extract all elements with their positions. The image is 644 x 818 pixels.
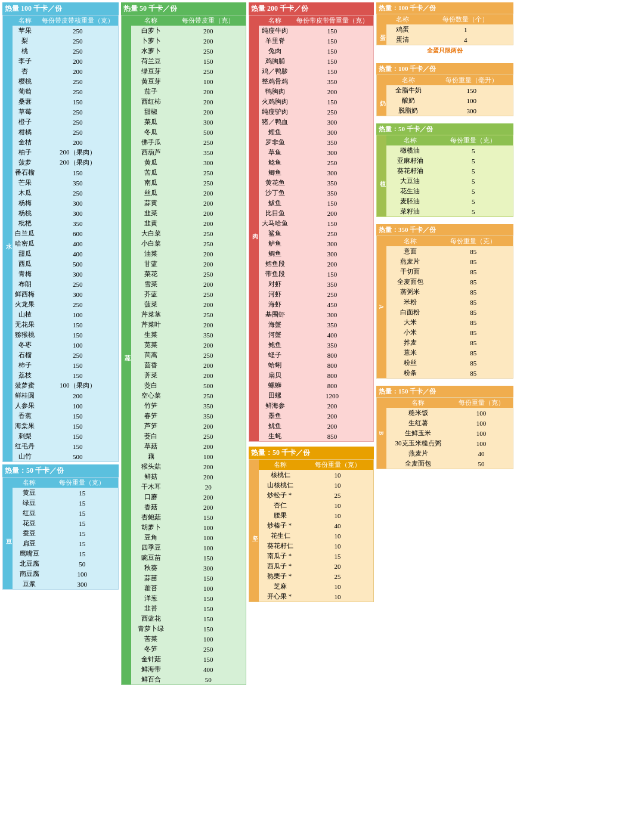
- table-row: 白兰瓜600: [13, 228, 118, 238]
- table-row: 鲶鱼250: [259, 157, 373, 168]
- table-row: 葵花籽仁10: [259, 541, 373, 551]
- staple-a-table-header: 名称 每份重量（克）: [386, 236, 513, 246]
- table-row: 油菜200: [131, 249, 246, 259]
- staple-b-table: 名称 每份重量（克） 糙米饭100生红薯100生鲜玉米10030克玉米糙点粥10…: [386, 398, 513, 469]
- table-row: 开心果＊10: [259, 591, 373, 602]
- table-row: 青萝卜绿150: [131, 624, 246, 634]
- table-row: 田螺1200: [259, 391, 373, 401]
- bean-table-header: 名称 每份重量（克）: [13, 478, 118, 488]
- oil-cat-label: 植物油只限三份: [377, 135, 386, 216]
- table-row: 南瓜250: [131, 178, 246, 188]
- table-row: 哈密瓜400: [13, 238, 118, 249]
- table-row: 粉丝85: [386, 358, 513, 368]
- meat-col-name: 名称: [259, 16, 291, 26]
- table-row: 梨250: [13, 36, 118, 46]
- table-row: 纯瘦牛肉150: [259, 26, 373, 36]
- table-row: 鸡蛋1: [386, 24, 513, 35]
- table-row: 比目鱼200: [259, 208, 373, 218]
- table-row: 黄豆15: [13, 488, 118, 498]
- table-row: 荔枝150: [13, 370, 118, 380]
- veg-title: 热量 50 千卡／份: [121, 2, 246, 15]
- table-row: 无花果150: [13, 320, 118, 330]
- table-row: 鲜海带400: [131, 664, 246, 674]
- table-row: 米粉85: [386, 297, 513, 307]
- table-row: 大豆油5: [386, 176, 513, 186]
- table-row: 杏鲍菇150: [131, 512, 246, 522]
- egg-table: 名称 每份数量（个） 鸡蛋1蛋清4: [386, 14, 513, 45]
- table-row: 芥蓝250: [131, 289, 246, 299]
- table-row: 腰果10: [259, 510, 373, 520]
- table-row: 杨梅300: [13, 198, 118, 208]
- table-row: 茭白500: [131, 380, 246, 391]
- milk-title: 热量：100 千卡／份: [376, 63, 513, 75]
- table-row: 墨鱼200: [259, 411, 373, 421]
- table-row: 芹菜叶200: [131, 320, 246, 330]
- table-row: 苋菜200: [131, 340, 246, 350]
- table-row: 冬枣100: [13, 340, 118, 350]
- table-row: 花生油5: [386, 186, 513, 196]
- egg-col-name: 名称: [386, 14, 418, 24]
- table-row: 木瓜250: [13, 188, 118, 198]
- veg-col-weight: 每份带皮重（克）: [171, 16, 246, 26]
- nut-title: 热量：50 千卡／份: [249, 447, 374, 459]
- table-row: 生蚝850: [259, 431, 373, 441]
- table-row: 鳕鱼段200: [259, 259, 373, 269]
- table-row: 人参果100: [13, 401, 118, 411]
- table-row: 海虾450: [259, 299, 373, 309]
- table-row: 柿子150: [13, 360, 118, 370]
- table-row: 西蓝花150: [131, 614, 246, 624]
- table-row: 熟栗子＊25: [259, 571, 373, 581]
- table-row: 甜椒200: [131, 107, 246, 117]
- table-row: 杏200: [13, 66, 118, 76]
- table-row: 沙丁鱼350: [259, 188, 373, 198]
- bean-col-name: 名称: [13, 478, 47, 488]
- veg-section: 热量 50 千卡／份 蔬菜至少三份 名称 每份带皮重（克） 白萝卜200卜萝卜2…: [121, 2, 246, 685]
- table-row: 扁豆15: [13, 538, 118, 549]
- table-row: 丝瓜200: [131, 188, 246, 198]
- table-row: 绿豆15: [13, 498, 118, 508]
- table-row: 鲜百合50: [131, 674, 246, 684]
- table-row: 卜萝卜200: [131, 36, 246, 46]
- table-row: 藿苔100: [131, 583, 246, 593]
- table-row: 蒜黄200: [131, 198, 246, 208]
- table-row: 小米85: [386, 327, 513, 337]
- table-row: 炒松子＊25: [259, 490, 373, 500]
- table-row: 苦瓜250: [131, 168, 246, 178]
- table-row: 干木耳20: [131, 482, 246, 492]
- table-row: 韭菜200: [131, 208, 246, 218]
- table-row: 韭苔150: [131, 603, 246, 614]
- nut-table-header: 名称 每份重量（克）: [259, 460, 373, 470]
- staple-b-section: 热量：150 千卡／份 B类主食至少两份 名称 每份重量（克） 糙米饭100生红…: [376, 386, 513, 469]
- table-row: 菜瓜300: [131, 117, 246, 127]
- table-row: 橙子250: [13, 117, 118, 127]
- nut-table: 名称 每份重量（克） 核桃仁10山核桃仁10炒松子＊25杏仁10腰果10炒榛子＊…: [259, 460, 373, 602]
- table-row: 燕麦片85: [386, 256, 513, 267]
- table-row: 红毛丹150: [13, 441, 118, 451]
- staple-a-cat-label: A类主食除面包外都为生重: [377, 236, 386, 378]
- staple-b-title: 热量：150 千卡／份: [376, 386, 513, 397]
- table-row: 黄瓜300: [131, 157, 246, 168]
- table-row: 花豆15: [13, 518, 118, 528]
- milk-table-header: 名称 每份重量（毫升）: [386, 75, 513, 85]
- table-row: 茼蒿250: [131, 350, 246, 360]
- table-row: 豆角100: [131, 532, 246, 543]
- table-row: 粉条85: [386, 368, 513, 378]
- table-row: 海棠果150: [13, 421, 118, 431]
- table-row: 蛤蜊800: [259, 360, 373, 370]
- table-row: 鸡／鸭胗150: [259, 66, 373, 76]
- table-row: 猕猴桃150: [13, 330, 118, 340]
- egg-note: 全蛋只限两份: [376, 45, 513, 56]
- table-row: 菜花250: [131, 269, 246, 279]
- table-row: 青梅300: [13, 269, 118, 279]
- table-row: 生鲜玉米100: [386, 428, 513, 438]
- meat-section: 热量 200 千卡／份 肉类只限一份 名称 每份带皮带骨重量（克） 纯瘦牛肉15…: [249, 2, 374, 442]
- table-row: 西红柿200: [131, 97, 246, 107]
- fruit-section: 热量 100 千卡／份 水果至少两份 名称 每份带皮带核重量（克） 苹果250梨…: [2, 2, 119, 462]
- table-row: 全脂牛奶150: [386, 85, 513, 95]
- fruit-cat-label: 水果至少两份: [3, 16, 13, 461]
- table-row: 柚子200（果肉）: [13, 147, 118, 157]
- table-row: 樱桃250: [13, 76, 118, 86]
- table-row: 鲤鱼300: [259, 127, 373, 137]
- table-row: 菠萝200（果肉）: [13, 157, 118, 168]
- table-row: 柑橘250: [13, 127, 118, 137]
